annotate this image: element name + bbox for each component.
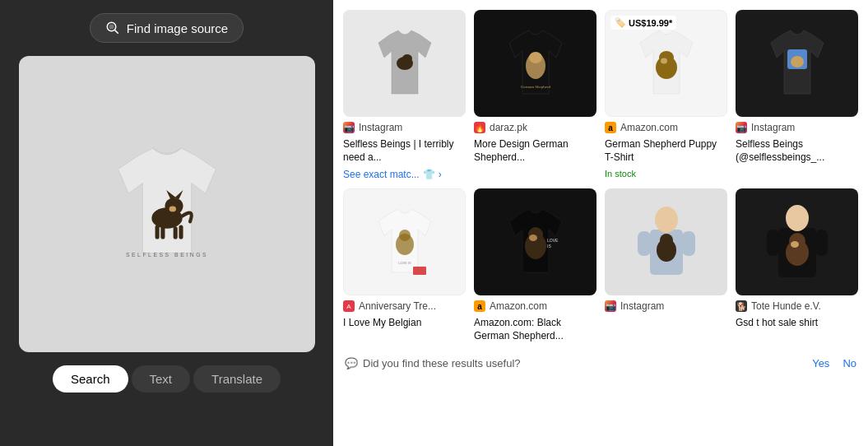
svg-point-39 [786, 205, 809, 231]
in-stock-badge-3: In stock [605, 169, 727, 179]
amazon-icon-6: a [474, 300, 485, 312]
svg-text:LOVE: LOVE [547, 238, 559, 243]
result-image-4 [736, 10, 858, 117]
results-grid: 📷 Instagram Selfless Beings | I terribly… [343, 10, 858, 342]
svg-rect-8 [155, 225, 159, 239]
result-card-4[interactable]: 📷 Instagram Selfless Beings (@selflessbe… [736, 10, 858, 180]
svg-text:LOVE IS: LOVE IS [398, 261, 411, 265]
svg-point-4 [165, 197, 183, 214]
svg-point-16 [529, 52, 542, 63]
feedback-buttons: Yes No [812, 357, 856, 369]
see-exact-1[interactable]: See exact matc... 👕 › [343, 169, 466, 180]
svg-rect-11 [179, 225, 183, 239]
tshirt-display: SELFLESS BEINGS [97, 134, 237, 274]
feedback-question: 💬 Did you find these results useful? [345, 357, 521, 369]
source-row-4: 📷 Instagram [736, 122, 858, 133]
svg-text:SELFLESS BEINGS: SELFLESS BEINGS [125, 252, 207, 258]
svg-point-29 [529, 235, 537, 241]
source-name-1: Instagram [359, 122, 402, 133]
source-row-6: a Amazon.com [474, 300, 596, 312]
result-title-6: Amazon.com: Black German Shepherd... [474, 317, 596, 342]
result-title-5: I Love My Belgian [343, 317, 466, 330]
text-tab[interactable]: Text [132, 365, 191, 393]
tshirt-svg: SELFLESS BEINGS [97, 134, 237, 274]
svg-rect-36 [638, 231, 651, 256]
result-image-6: LOVE IS [474, 188, 596, 295]
result-image-3: 🏷️ US$19.99* [605, 10, 727, 117]
result-card-2[interactable]: German Shepherd 🔥 daraz.pk More Design G… [474, 10, 596, 180]
no-button[interactable]: No [842, 357, 856, 369]
result-title-2: More Design German Shepherd... [474, 138, 596, 164]
shirt-thumb-3 [634, 26, 699, 100]
source-row-7: 📷 Instagram [605, 300, 727, 312]
svg-point-33 [655, 207, 678, 233]
source-row-1: 📷 Instagram [343, 122, 466, 133]
svg-rect-26 [413, 267, 426, 275]
result-title-4: Selfless Beings (@selflessbeings_... [736, 138, 858, 164]
source-image-container: SELFLESS BEINGS [19, 56, 315, 352]
shirt-thumb-1 [372, 26, 438, 100]
search-lens-icon [105, 21, 120, 35]
result-card-7[interactable]: 📷 Instagram [605, 188, 727, 342]
tab-bar: Search Text Translate [53, 365, 281, 393]
source-row-3: a Amazon.com [605, 122, 727, 133]
search-tab[interactable]: Search [53, 365, 128, 393]
shirt-thumb-2: German Shepherd [503, 26, 569, 100]
source-name-6: Amazon.com [490, 300, 547, 312]
daraz-icon: 🔥 [474, 122, 485, 133]
svg-rect-9 [160, 226, 165, 239]
result-card-8[interactable]: 🐕 Tote Hunde e.V. Gsd t hot sale shirt [736, 188, 858, 342]
svg-point-2 [109, 25, 114, 29]
result-card-6[interactable]: LOVE IS a Amazon.com Amazon.com: Black G… [474, 188, 596, 342]
svg-point-20 [661, 58, 667, 64]
svg-rect-37 [682, 231, 695, 256]
instagram-icon-1: 📷 [343, 122, 355, 133]
result-card-3[interactable]: 🏷️ US$19.99* a Amazon.com German Shepher… [605, 10, 727, 180]
result-card[interactable]: 📷 Instagram Selfless Beings | I terribly… [343, 10, 466, 180]
yes-button[interactable]: Yes [812, 357, 829, 369]
source-row-2: 🔥 daraz.pk [474, 122, 596, 133]
svg-rect-44 [815, 230, 828, 256]
price-badge-3: 🏷️ US$19.99* [610, 16, 676, 30]
svg-text:IS: IS [547, 244, 551, 249]
instagram-icon-7: 📷 [605, 300, 616, 312]
person-thumb-8 [760, 197, 834, 287]
anniversary-icon: A [343, 300, 355, 312]
right-panel: 📷 Instagram Selfless Beings | I terribly… [333, 0, 868, 446]
result-title-1: Selfless Beings | I terribly need a... [343, 138, 466, 164]
result-image-7 [605, 188, 727, 295]
source-name-3: Amazon.com [620, 122, 678, 133]
result-image-5: LOVE IS [343, 188, 466, 295]
source-name-8: Tote Hunde e.V. [751, 300, 821, 312]
result-image-2: German Shepherd [474, 10, 596, 117]
result-image-8 [736, 188, 858, 295]
totehunde-icon: 🐕 [736, 300, 747, 312]
shirt-thumb-6: LOVE IS [503, 205, 569, 279]
find-source-label: Find image source [127, 21, 228, 35]
shirt-thumb-4 [764, 26, 830, 100]
source-name-2: daraz.pk [490, 122, 527, 133]
svg-rect-43 [767, 230, 779, 256]
source-name-5: Anniversary Tre... [359, 300, 436, 312]
chat-icon: 💬 [345, 357, 358, 369]
source-name-7: Instagram [620, 300, 664, 312]
left-panel: Find image source [0, 0, 333, 446]
find-source-button[interactable]: Find image source [90, 13, 244, 43]
svg-point-42 [791, 241, 799, 248]
svg-point-22 [791, 56, 804, 67]
person-thumb-7 [629, 197, 703, 287]
instagram-icon-4: 📷 [736, 122, 747, 133]
result-title-8: Gsd t hot sale shirt [736, 317, 858, 330]
svg-point-35 [660, 234, 673, 247]
svg-line-1 [114, 30, 118, 34]
svg-rect-10 [173, 226, 177, 239]
feedback-row: 💬 Did you find these results useful? Yes… [343, 352, 858, 374]
svg-text:German Shepherd: German Shepherd [520, 85, 550, 89]
result-title-3: German Shepherd Puppy T-Shirt [605, 138, 727, 164]
result-card-5[interactable]: LOVE IS A Anniversary Tre... I Love My B… [343, 188, 466, 342]
amazon-icon-3: a [605, 122, 616, 133]
source-row-8: 🐕 Tote Hunde e.V. [736, 300, 858, 312]
source-name-4: Instagram [751, 122, 795, 133]
translate-tab[interactable]: Translate [193, 365, 281, 393]
svg-point-24 [399, 230, 411, 241]
